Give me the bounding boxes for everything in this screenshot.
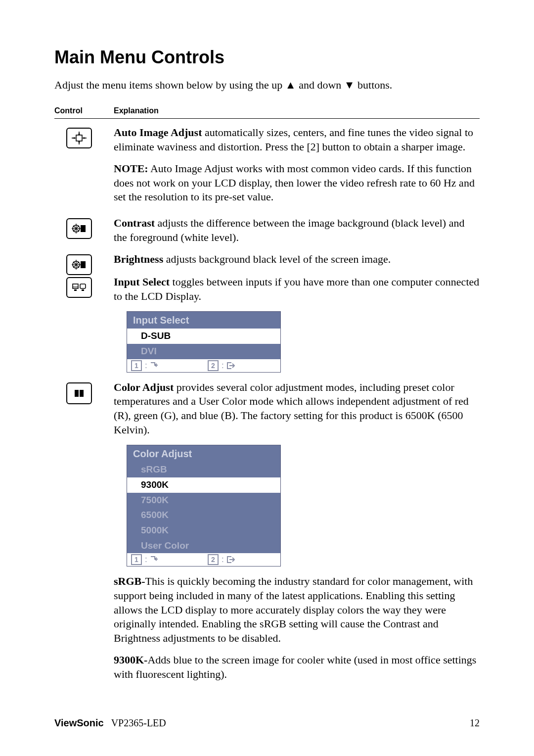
column-header-control: Control: [54, 106, 104, 118]
osd-input-select: Input Select D-SUB DVI 1: 2:: [127, 311, 281, 372]
srgb-text: sRGB-This is quickly becoming the indust…: [114, 574, 480, 645]
osd-item-dvi: DVI: [127, 344, 280, 359]
svg-rect-26: [75, 390, 79, 397]
osd-item-user-color: User Color: [127, 538, 280, 554]
input-select-title: Input Select: [114, 276, 170, 288]
osd-foot-num1b: 1: [131, 554, 142, 565]
auto-image-adjust-text: Auto Image Adjust automatically sizes, c…: [114, 126, 480, 154]
osd-item-5000k: 5000K: [127, 523, 280, 538]
svg-rect-24: [80, 284, 86, 288]
page-footer: ViewSonic VP2365-LED 12: [54, 717, 480, 729]
input-select-icon: [66, 277, 92, 298]
brightness-icon: [66, 254, 92, 275]
svg-marker-7: [73, 137, 75, 139]
srgb-body: This is quickly becoming the industry st…: [114, 575, 473, 644]
note-body: Auto Image Adjust works with most common…: [114, 162, 475, 203]
osd-color-adjust-footer: 1: 2:: [127, 553, 280, 566]
osd-foot-num1: 1: [131, 360, 142, 371]
osd-item-dsub: D-SUB: [127, 329, 280, 344]
osd-color-adjust: Color Adjust sRGB 9300K 7500K 6500K 5000…: [127, 445, 281, 567]
color-adjust-text: Color Adjust provides several color adju…: [114, 380, 480, 437]
auto-image-adjust-note: NOTE: Auto Image Adjust works with most …: [114, 162, 480, 204]
contrast-icon: [66, 218, 92, 239]
page-title: Main Menu Controls: [54, 47, 480, 68]
exit-icon: [227, 362, 235, 369]
srgb-title: sRGB-: [114, 575, 145, 587]
osd-input-select-title: Input Select: [127, 312, 280, 329]
9300k-title: 9300K-: [114, 654, 147, 666]
svg-rect-23: [74, 289, 77, 291]
osd-item-srgb: sRGB: [127, 462, 280, 477]
color-adjust-icon: [66, 382, 92, 404]
input-select-text: Input Select toggles between inputs if y…: [114, 275, 480, 303]
brightness-text: Brightness adjusts background black leve…: [114, 252, 480, 267]
svg-rect-27: [80, 390, 84, 397]
auto-image-adjust-icon: [66, 128, 92, 148]
contrast-text: Contrast adjusts the difference between …: [114, 216, 480, 244]
svg-rect-21: [73, 284, 78, 288]
svg-marker-6: [78, 142, 80, 143]
contrast-title: Contrast: [114, 217, 155, 229]
column-header-explanation: Explanation: [114, 106, 480, 118]
svg-marker-8: [84, 137, 86, 139]
contrast-body: adjusts the difference between the image…: [114, 217, 464, 243]
note-label: NOTE:: [114, 162, 148, 175]
svg-rect-25: [82, 289, 84, 291]
osd-color-adjust-title: Color Adjust: [127, 445, 280, 462]
osd-foot-num2b: 2: [208, 554, 219, 565]
controls-table: Control Explanation: [54, 106, 480, 690]
exit-icon: [227, 556, 235, 563]
page-number: 12: [470, 717, 480, 729]
auto-image-adjust-title: Auto Image Adjust: [114, 126, 202, 139]
footer-brand: ViewSonic: [54, 717, 104, 728]
osd-item-6500k: 6500K: [127, 508, 280, 523]
intro-prefix: Adjust the menu items shown below by usi…: [54, 79, 285, 91]
footer-model: VP2365-LED: [111, 717, 166, 728]
osd-foot-num2: 2: [208, 360, 219, 371]
svg-rect-20: [81, 261, 86, 268]
svg-rect-0: [76, 135, 82, 141]
osd-item-9300k: 9300K: [127, 477, 280, 493]
svg-rect-14: [81, 225, 86, 232]
osd-input-select-footer: 1: 2:: [127, 359, 280, 372]
brightness-body: adjusts background black level of the sc…: [163, 253, 391, 265]
osd-item-7500k: 7500K: [127, 493, 280, 508]
9300k-text: 9300K-Adds blue to the screen image for …: [114, 653, 480, 681]
9300k-body: Adds blue to the screen image for cooler…: [114, 654, 476, 680]
brightness-title: Brightness: [114, 253, 163, 265]
color-adjust-title: Color Adjust: [114, 381, 174, 393]
enter-icon: [150, 556, 158, 563]
enter-icon: [150, 362, 158, 369]
intro-suffix: buttons.: [355, 79, 393, 91]
svg-marker-5: [78, 133, 80, 135]
intro-text: Adjust the menu items shown below by usi…: [54, 79, 480, 92]
intro-middle: and down: [296, 79, 344, 91]
